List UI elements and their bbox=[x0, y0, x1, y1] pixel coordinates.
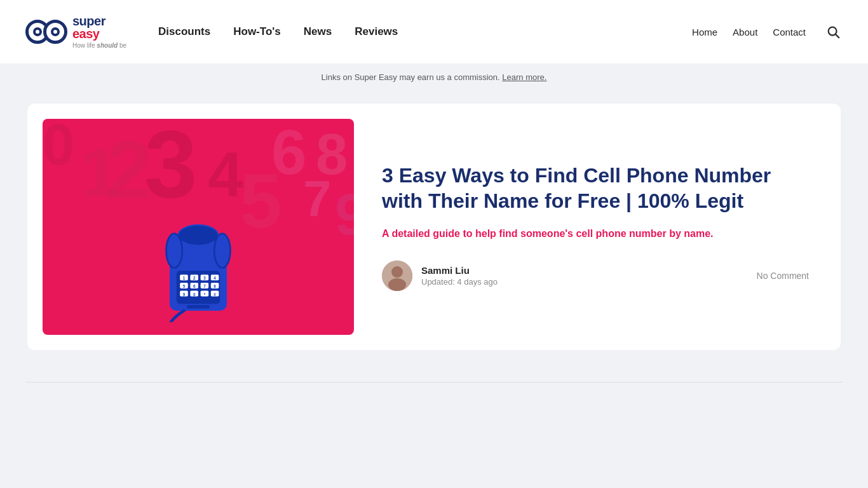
svg-point-3 bbox=[179, 225, 219, 245]
nav-news[interactable]: News bbox=[304, 23, 332, 41]
article-description: A detailed guide to help find someone's … bbox=[382, 226, 809, 242]
svg-text:4: 4 bbox=[214, 276, 216, 280]
logo-text-group: super easy How life should be bbox=[72, 15, 126, 49]
search-icon bbox=[826, 25, 840, 39]
svg-text:0: 0 bbox=[193, 292, 196, 297]
avatar-svg bbox=[382, 261, 412, 291]
svg-rect-31 bbox=[187, 305, 210, 308]
logo-tagline-emphasis: should bbox=[97, 42, 118, 49]
article-image: 0 1 2 3 4 5 6 8 7 9 bbox=[43, 119, 354, 335]
avatar bbox=[382, 261, 412, 291]
main-content: 0 1 2 3 4 5 6 8 7 9 bbox=[0, 91, 868, 376]
number-3: 3 bbox=[144, 119, 197, 219]
logo-inner-circle-1 bbox=[33, 27, 42, 36]
nav-home[interactable]: Home bbox=[692, 27, 717, 37]
nav-discounts[interactable]: Discounts bbox=[158, 23, 210, 41]
svg-point-4 bbox=[166, 234, 182, 268]
svg-text:1: 1 bbox=[183, 276, 186, 280]
logo-super: super bbox=[72, 15, 105, 27]
number-7: 7 bbox=[303, 170, 332, 228]
header-left: super easy How life should be Discounts … bbox=[25, 15, 398, 49]
svg-text:6: 6 bbox=[193, 284, 196, 288]
svg-text:8: 8 bbox=[214, 284, 216, 288]
svg-text:2: 2 bbox=[193, 276, 196, 280]
svg-point-33 bbox=[391, 266, 403, 278]
avatar-image bbox=[382, 261, 412, 291]
svg-line-1 bbox=[836, 34, 839, 37]
logo[interactable]: super easy How life should be bbox=[25, 15, 126, 49]
svg-text:9: 9 bbox=[183, 292, 186, 297]
right-nav: Home About Contact bbox=[692, 27, 806, 37]
author-name: Sammi Liu bbox=[421, 265, 498, 276]
nav-about[interactable]: About bbox=[733, 27, 757, 37]
bottom-divider bbox=[25, 382, 843, 383]
number-4: 4 bbox=[208, 138, 243, 211]
header-right: Home About Contact bbox=[692, 22, 843, 41]
article-meta: Sammi Liu Updated: 4 days ago No Comment bbox=[382, 261, 809, 291]
banner-learn-more[interactable]: Learn more. bbox=[502, 72, 546, 82]
svg-point-34 bbox=[388, 278, 406, 291]
comment-count: No Comment bbox=[757, 271, 809, 281]
header: super easy How life should be Discounts … bbox=[0, 0, 868, 64]
article-content: 3 Easy Ways to Find Cell Phone Number wi… bbox=[369, 137, 841, 317]
number-0: 0 bbox=[43, 119, 74, 178]
svg-text:#: # bbox=[214, 292, 216, 297]
svg-text:5: 5 bbox=[183, 284, 186, 288]
banner-text: Links on Super Easy may earn us a commis… bbox=[322, 72, 503, 82]
svg-text:7: 7 bbox=[203, 284, 206, 288]
nav-howtos[interactable]: How-To's bbox=[233, 23, 281, 41]
article-card: 0 1 2 3 4 5 6 8 7 9 bbox=[27, 104, 841, 350]
logo-tagline: How life should be bbox=[72, 42, 126, 49]
logo-inner-circle-2 bbox=[51, 27, 60, 36]
nav-reviews[interactable]: Reviews bbox=[355, 23, 398, 41]
number-9: 9 bbox=[335, 182, 354, 248]
author-details: Sammi Liu Updated: 4 days ago bbox=[421, 265, 498, 287]
number-6: 6 bbox=[271, 119, 307, 189]
logo-circles bbox=[25, 20, 67, 44]
svg-point-5 bbox=[214, 234, 230, 268]
logo-circle-2 bbox=[43, 20, 67, 44]
phone-illustration: 1 2 3 4 5 6 7 8 9 0 * # bbox=[147, 208, 249, 322]
nav-contact[interactable]: Contact bbox=[773, 27, 806, 37]
svg-text:3: 3 bbox=[203, 276, 206, 280]
main-nav: Discounts How-To's News Reviews bbox=[158, 23, 398, 41]
author-info: Sammi Liu Updated: 4 days ago bbox=[382, 261, 498, 291]
author-updated: Updated: 4 days ago bbox=[421, 277, 498, 287]
article-title: 3 Easy Ways to Find Cell Phone Number wi… bbox=[382, 163, 809, 214]
logo-text: super easy bbox=[72, 15, 105, 40]
affiliate-banner: Links on Super Easy may earn us a commis… bbox=[0, 64, 868, 91]
search-button[interactable] bbox=[824, 22, 843, 41]
logo-easy: easy bbox=[72, 27, 105, 40]
